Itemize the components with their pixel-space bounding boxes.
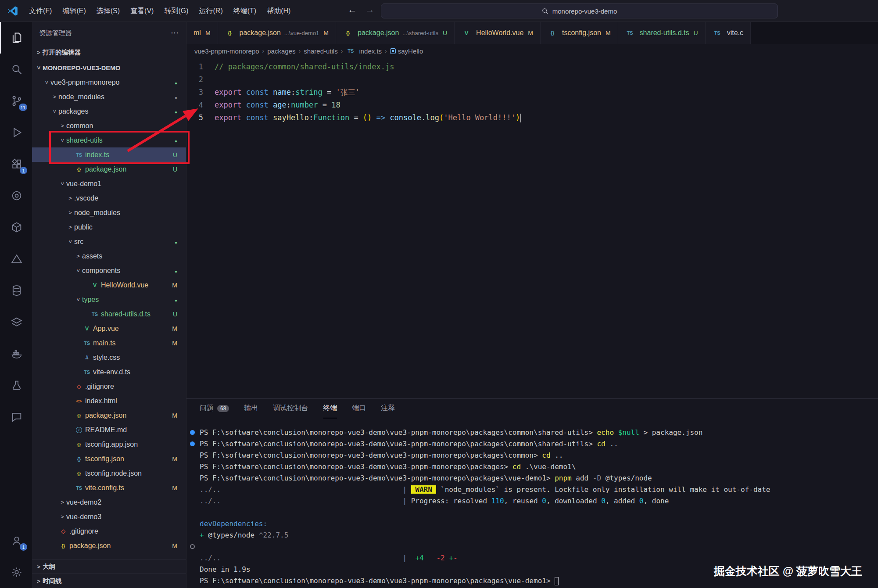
tree-item-vite-env-d-ts[interactable]: TSvite-env.d.ts: [32, 365, 186, 379]
menubar: 文件(F)编辑(E)选择(S)查看(V)转到(G)运行(R)终端(T)帮助(H): [24, 4, 296, 18]
menu-item[interactable]: 运行(R): [194, 4, 228, 18]
code-line: 3export const name:string = '张三': [186, 86, 878, 99]
timeline-section[interactable]: > 时间线: [32, 574, 186, 588]
editor-tab-vite-c[interactable]: TSvite.c: [706, 22, 751, 44]
code-editor[interactable]: 1// packages/common/shared-utils/index.j…: [186, 58, 878, 398]
vue-file-icon: V: [90, 282, 100, 288]
editor-tab-helloworld-vue[interactable]: VHelloWorld.vueM: [455, 22, 541, 44]
panel-tab-输出[interactable]: 输出: [244, 399, 258, 418]
tree-item-style-css[interactable]: #style.css: [32, 350, 186, 365]
tree-item-assets[interactable]: >assets: [32, 249, 186, 263]
tree-item-package-json[interactable]: {}package.jsonU: [32, 162, 186, 176]
open-editors-section[interactable]: > 打开的编辑器: [32, 44, 186, 61]
tree-item-node-modules[interactable]: >node_modules: [32, 205, 186, 220]
tree-item-vscode[interactable]: >.vscode: [32, 191, 186, 205]
menu-item[interactable]: 帮助(H): [262, 4, 296, 18]
tree-item-readme-md[interactable]: iREADME.md: [32, 423, 186, 437]
git-status-letter: U: [173, 166, 177, 173]
chevron-down-icon: >: [75, 296, 82, 304]
forward-button[interactable]: →: [363, 4, 376, 15]
tree-item-tsconfig-node-json[interactable]: {}tsconfig.node.json: [32, 466, 186, 480]
panel-tab-端口[interactable]: 端口: [352, 399, 366, 418]
tree-item-gitignore[interactable]: ◇.gitignore: [32, 524, 186, 538]
back-button[interactable]: ←: [346, 4, 359, 15]
tree-item-index-ts[interactable]: TSindex.tsU: [32, 147, 186, 162]
panel-tab-注释[interactable]: 注释: [381, 399, 395, 418]
tree-item-node-modules[interactable]: >node_modules●: [32, 90, 186, 104]
tree-item-label: main.ts: [93, 339, 116, 347]
tree-item-package-json[interactable]: {}package.jsonM: [32, 538, 186, 553]
panel-tab-问题[interactable]: 问题68: [200, 399, 229, 418]
menu-item[interactable]: 文件(F): [24, 4, 57, 18]
breadcrumb-separator: ›: [298, 47, 301, 54]
chevron-down-icon: >: [36, 64, 42, 72]
command-center-search[interactable]: monorepo-vue3-demo: [381, 4, 778, 18]
activity-database[interactable]: [0, 275, 32, 306]
menu-item[interactable]: 查看(V): [125, 4, 159, 18]
workspace-section[interactable]: > MONOREPO-VUE3-DEMO: [32, 61, 186, 75]
tree-item-main-ts[interactable]: TSmain.tsM: [32, 336, 186, 350]
tree-item-gitignore[interactable]: ◇.gitignore: [32, 379, 186, 394]
tree-item-package-json[interactable]: {}package.jsonM: [32, 408, 186, 423]
tree-item-shared-utils-d-ts[interactable]: TSshared-utils.d.tsU: [32, 307, 186, 321]
panel-tab-终端[interactable]: 终端: [323, 399, 337, 418]
code-line: 4export const age:number = 18: [186, 99, 878, 111]
ts-file-icon: TS: [90, 312, 100, 317]
menu-item[interactable]: 转到(G): [159, 4, 194, 18]
activity-ai-assistant[interactable]: [0, 180, 32, 212]
tree-item-vite-config-ts[interactable]: TSvite.config.tsM: [32, 480, 186, 495]
breadcrumb-item-sayhello[interactable]: sayHello: [390, 47, 423, 55]
tree-item-packages[interactable]: >packages●: [32, 104, 186, 118]
breadcrumb-item-vue3-pnpm-monorepo[interactable]: vue3-pnpm-monorepo: [194, 47, 259, 55]
menu-item[interactable]: 选择(S): [91, 4, 125, 18]
editor-tab-package-json[interactable]: {}package.json...\vue-demo1M: [218, 22, 336, 44]
tree-item-common[interactable]: >common: [32, 118, 186, 133]
activity-settings[interactable]: [0, 556, 32, 588]
activity-account[interactable]: 1: [0, 525, 32, 556]
panel-tab-调试控制台[interactable]: 调试控制台: [273, 399, 308, 418]
tree-item-tsconfig-json[interactable]: {}tsconfig.jsonM: [32, 452, 186, 466]
git-file-icon: ◇: [58, 528, 68, 534]
editor-tab-package-json[interactable]: {}package.json...\shared-utilsU: [336, 22, 455, 44]
activity-explorer[interactable]: [0, 22, 32, 54]
activity-search[interactable]: [0, 54, 32, 85]
breadcrumb-item-packages[interactable]: packages: [267, 47, 295, 55]
tree-item-helloworld-vue[interactable]: VHelloWorld.vueM: [32, 278, 186, 292]
activity-comments[interactable]: [0, 401, 32, 433]
tree-item-app-vue[interactable]: VApp.vueM: [32, 321, 186, 336]
tree-item-tsconfig-app-json[interactable]: {}tsconfig.app.json: [32, 437, 186, 452]
outline-section[interactable]: > 大纲: [32, 559, 186, 574]
activity-bar: 11 1: [0, 22, 32, 588]
editor-tab-tsconfig-json[interactable]: {}tsconfig.jsonM: [541, 22, 618, 44]
activity-testing[interactable]: [0, 369, 32, 401]
tree-item-vue-demo1[interactable]: >vue-demo1: [32, 176, 186, 191]
menu-item[interactable]: 编辑(E): [57, 4, 91, 18]
activity-package-manager[interactable]: [0, 212, 32, 243]
tree-item-label: assets: [82, 252, 102, 260]
activity-run-debug[interactable]: [0, 117, 32, 148]
tree-item-vue-demo2[interactable]: >vue-demo2: [32, 495, 186, 509]
editor-tab-ml[interactable]: mlM: [186, 22, 218, 44]
breadcrumb-item-index-ts[interactable]: TSindex.ts: [346, 47, 382, 55]
terminal[interactable]: PS F:\software\conclusion\monorepo-vue3-…: [186, 418, 878, 588]
activity-source-control[interactable]: 11: [0, 85, 32, 117]
more-actions-icon[interactable]: ⋯: [171, 28, 179, 38]
tree-item-label: index.ts: [85, 151, 109, 159]
tree-item-components[interactable]: >components●: [32, 263, 186, 278]
tab-description: ...\shared-utils: [402, 30, 438, 36]
tree-item-types[interactable]: >types●: [32, 292, 186, 307]
editor-tab-shared-utils-d-ts[interactable]: TSshared-utils.d.tsU: [618, 22, 706, 44]
menu-item[interactable]: 终端(T): [228, 4, 262, 18]
activity-layers[interactable]: [0, 306, 32, 338]
breadcrumb-item-shared-utils[interactable]: shared-utils: [304, 47, 338, 55]
activity-runner[interactable]: [0, 243, 32, 275]
tree-item-vue3-pnpm-monorepo[interactable]: >vue3-pnpm-monorepo●: [32, 75, 186, 90]
tree-item-public[interactable]: >public: [32, 220, 186, 234]
tree-item-vue-demo3[interactable]: >vue-demo3: [32, 509, 186, 524]
tree-item-index-html[interactable]: <>index.html: [32, 394, 186, 408]
git-status-letter: M: [323, 29, 329, 36]
activity-docker[interactable]: [0, 338, 32, 369]
activity-extensions[interactable]: 1: [0, 148, 32, 180]
tree-item-shared-utils[interactable]: >shared-utils●: [32, 133, 186, 147]
tree-item-src[interactable]: >src●: [32, 234, 186, 249]
